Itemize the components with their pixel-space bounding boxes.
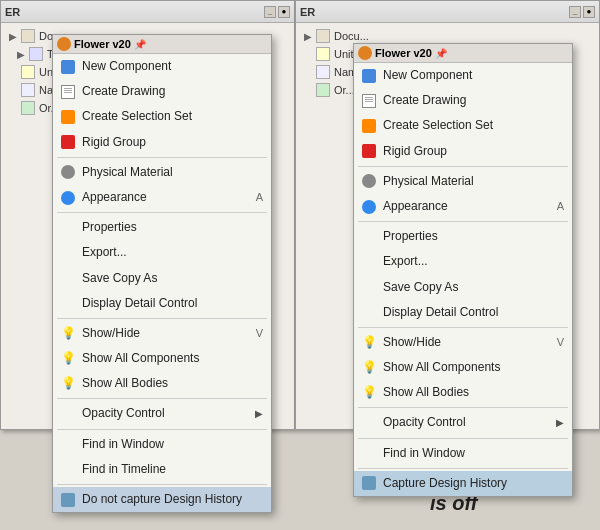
appearance-label: Appearance	[82, 188, 239, 207]
show-all-comp-icon: 💡	[59, 350, 77, 368]
separator-5-right	[358, 438, 568, 439]
physical-material-label: Physical Material	[82, 163, 263, 182]
menu-capture-history-left[interactable]: Do not capture Design History	[53, 487, 271, 512]
properties-icon	[59, 219, 77, 237]
menu-appearance-right[interactable]: Appearance A	[354, 194, 572, 219]
show-all-comp-label-r: Show All Components	[383, 358, 564, 377]
menu-display-detail-left[interactable]: Display Detail Control	[53, 291, 271, 316]
opacity-label-r: Opacity Control	[383, 413, 551, 432]
create-drawing-label-r: Create Drawing	[383, 91, 564, 110]
menu-new-component-right[interactable]: New Component	[354, 63, 572, 88]
export-label: Export...	[82, 243, 263, 262]
find-window-icon-r	[360, 444, 378, 462]
close-btn[interactable]: ●	[278, 6, 290, 18]
menu-appearance-left[interactable]: Appearance A	[53, 185, 271, 210]
menu-create-drawing-left[interactable]: Create Drawing	[53, 79, 271, 104]
menu-show-all-bodies-left[interactable]: 💡 Show All Bodies	[53, 371, 271, 396]
separator-3-left	[57, 318, 267, 319]
rigid-group-icon	[59, 133, 77, 151]
appearance-shortcut: A	[256, 189, 263, 207]
show-hide-icon: 💡	[59, 324, 77, 342]
named-icon-r	[316, 65, 330, 79]
menu-show-all-comp-right[interactable]: 💡 Show All Components	[354, 355, 572, 380]
menu-show-all-comp-left[interactable]: 💡 Show All Components	[53, 346, 271, 371]
menu-capture-history-right[interactable]: Capture Design History	[354, 471, 572, 496]
menu-find-window-left[interactable]: Find in Window	[53, 432, 271, 457]
export-icon	[59, 244, 77, 262]
menu-physical-material-left[interactable]: Physical Material	[53, 160, 271, 185]
opacity-arrow-r: ▶	[556, 415, 564, 431]
separator-4-left	[57, 398, 267, 399]
show-hide-shortcut-r: V	[557, 334, 564, 352]
show-all-bodies-icon-r: 💡	[360, 384, 378, 402]
separator-3-right	[358, 327, 568, 328]
left-menu-title: Flower v20 📌	[53, 35, 271, 54]
units-icon	[21, 65, 35, 79]
right-context-menu: Flower v20 📌 New Component Create Drawin…	[353, 43, 573, 497]
capture-history-icon-left	[59, 491, 77, 509]
export-label-r: Export...	[383, 252, 564, 271]
pin-left: 📌	[134, 39, 146, 50]
capture-history-label-right: Capture Design History	[383, 474, 564, 493]
menu-show-all-bodies-right[interactable]: 💡 Show All Bodies	[354, 380, 572, 405]
separator-1-right	[358, 166, 568, 167]
close-btn-r[interactable]: ●	[583, 6, 595, 18]
menu-properties-right[interactable]: Properties	[354, 224, 572, 249]
menu-find-timeline-left[interactable]: Find in Timeline	[53, 457, 271, 482]
rigid-group-label: Rigid Group	[82, 133, 263, 152]
show-hide-shortcut: V	[256, 325, 263, 343]
appearance-label-r: Appearance	[383, 197, 540, 216]
create-drawing-label: Create Drawing	[82, 82, 263, 101]
save-copy-icon	[59, 269, 77, 287]
menu-opacity-right[interactable]: Opacity Control ▶	[354, 410, 572, 435]
menu-create-drawing-right[interactable]: Create Drawing	[354, 88, 572, 113]
capture-history-icon-right	[360, 474, 378, 492]
menu-export-right[interactable]: Export...	[354, 249, 572, 274]
menu-create-selection-right[interactable]: Create Selection Set	[354, 113, 572, 138]
menu-show-hide-left[interactable]: 💡 Show/Hide V	[53, 321, 271, 346]
properties-icon-r	[360, 228, 378, 246]
menu-find-window-right[interactable]: Find in Window	[354, 441, 572, 466]
save-copy-icon-r	[360, 278, 378, 296]
create-drawing-icon-r	[360, 92, 378, 110]
left-titlebar: ER _ ●	[1, 1, 294, 23]
menu-physical-material-right[interactable]: Physical Material	[354, 169, 572, 194]
menu-rigid-group-right[interactable]: Rigid Group	[354, 139, 572, 164]
appearance-icon	[59, 189, 77, 207]
right-title: ER	[300, 6, 315, 18]
menu-new-component-left[interactable]: New Component	[53, 54, 271, 79]
menu-save-copy-left[interactable]: Save Copy As	[53, 266, 271, 291]
new-component-label-r: New Component	[383, 66, 564, 85]
physical-material-icon-r	[360, 172, 378, 190]
appearance-icon-r	[360, 198, 378, 216]
menu-properties-left[interactable]: Properties	[53, 215, 271, 240]
separator-4-right	[358, 407, 568, 408]
three-icon	[29, 47, 43, 61]
menu-display-detail-right[interactable]: Display Detail Control	[354, 300, 572, 325]
menu-show-hide-right[interactable]: 💡 Show/Hide V	[354, 330, 572, 355]
physical-material-label-r: Physical Material	[383, 172, 564, 191]
new-component-label: New Component	[82, 57, 263, 76]
create-selection-label-r: Create Selection Set	[383, 116, 564, 135]
new-component-icon	[59, 58, 77, 76]
menu-export-left[interactable]: Export...	[53, 240, 271, 265]
opacity-arrow: ▶	[255, 406, 263, 422]
units-icon-r	[316, 47, 330, 61]
doc-icon-r	[316, 29, 330, 43]
right-menu-title-text: Flower v20	[375, 47, 432, 59]
menu-rigid-group-left[interactable]: Rigid Group	[53, 130, 271, 155]
show-all-comp-icon-r: 💡	[360, 359, 378, 377]
find-timeline-label: Find in Timeline	[82, 460, 263, 479]
separator-2-right	[358, 221, 568, 222]
show-all-bodies-icon: 💡	[59, 375, 77, 393]
menu-create-selection-left[interactable]: Create Selection Set	[53, 104, 271, 129]
minimize-btn[interactable]: _	[264, 6, 276, 18]
right-menu-title: Flower v20 📌	[354, 44, 572, 63]
minimize-btn-r[interactable]: _	[569, 6, 581, 18]
menu-save-copy-right[interactable]: Save Copy As	[354, 275, 572, 300]
show-all-comp-label: Show All Components	[82, 349, 263, 368]
menu-opacity-left[interactable]: Opacity Control ▶	[53, 401, 271, 426]
opacity-label: Opacity Control	[82, 404, 250, 423]
display-detail-icon-r	[360, 303, 378, 321]
separator-6-left	[57, 484, 267, 485]
